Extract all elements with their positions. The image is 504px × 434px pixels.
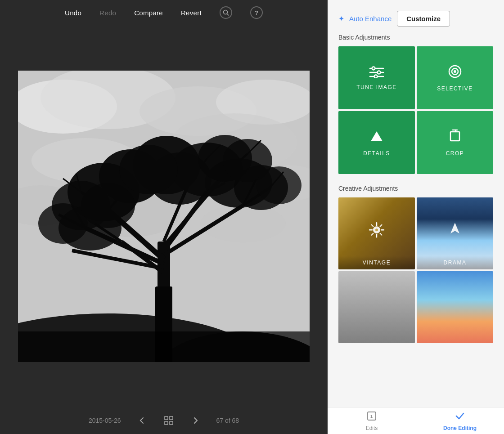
tune-image-icon <box>369 65 384 80</box>
crop-label: CROP <box>446 150 464 157</box>
grid-icon <box>164 416 174 425</box>
auto-enhance-label: Auto Enhance <box>349 15 392 22</box>
photo-count: 67 of 68 <box>216 417 239 424</box>
right-header: ✦ Auto Enhance Customize <box>328 0 504 34</box>
left-panel: Undo Redo Compare Revert ? <box>0 0 328 434</box>
basic-section-label: Basic Adjustments <box>328 34 504 46</box>
svg-point-77 <box>375 228 378 231</box>
drama-tile[interactable]: DRAMA <box>417 197 493 269</box>
svg-point-51 <box>119 145 178 194</box>
crop-icon <box>447 129 463 146</box>
eiffel-tile[interactable] <box>338 271 415 343</box>
photo-canvas <box>18 71 310 362</box>
basic-adjustments-grid: TUNE IMAGE SELECTIVE DETAILS <box>338 46 493 174</box>
revert-button[interactable]: Revert <box>181 9 202 17</box>
details-icon <box>369 129 384 146</box>
creative-section-label: Creative Adjustments <box>328 185 504 197</box>
details-label: DETAILS <box>363 150 390 157</box>
svg-marker-73 <box>371 131 382 141</box>
redo-button[interactable]: Redo <box>99 9 116 17</box>
svg-line-83 <box>380 233 382 235</box>
edits-nav-label: Edits <box>366 425 378 431</box>
done-editing-nav-label: Done Editing <box>443 425 477 431</box>
svg-rect-62 <box>170 421 173 425</box>
svg-point-67 <box>378 71 381 74</box>
selective-icon <box>447 64 463 81</box>
auto-enhance-button[interactable]: ✦ Auto Enhance <box>338 15 392 23</box>
left-arrow-icon <box>137 416 146 425</box>
vintage-label: VINTAGE <box>338 256 415 269</box>
svg-rect-58 <box>18 331 310 362</box>
prev-arrow[interactable] <box>135 414 148 427</box>
svg-marker-86 <box>450 223 459 233</box>
image-container <box>14 25 314 407</box>
svg-line-84 <box>380 225 382 227</box>
tune-image-tile[interactable]: TUNE IMAGE <box>338 46 415 109</box>
svg-point-72 <box>454 70 456 73</box>
search-button[interactable] <box>220 6 232 19</box>
svg-point-52 <box>81 183 135 228</box>
drama-icon <box>447 222 463 241</box>
done-editing-nav-item[interactable]: Done Editing <box>416 411 504 431</box>
svg-text:✦: ✦ <box>338 15 344 22</box>
done-editing-nav-icon <box>454 411 465 424</box>
photo-svg <box>18 71 310 362</box>
right-panel: ✦ Auto Enhance Customize Basic Adjustmen… <box>328 0 504 434</box>
tune-image-label: TUNE IMAGE <box>356 84 397 90</box>
customize-button[interactable]: Customize <box>397 11 450 27</box>
search-icon <box>223 9 229 16</box>
svg-rect-61 <box>165 421 168 425</box>
help-icon: ? <box>255 9 258 16</box>
crop-tile[interactable]: CROP <box>417 111 493 174</box>
svg-text:1: 1 <box>370 414 373 419</box>
creative-adjustments-grid: VINTAGE DRAMA <box>338 197 493 343</box>
svg-line-82 <box>372 225 374 227</box>
drama-label: DRAMA <box>417 256 493 269</box>
vintage-tile[interactable]: VINTAGE <box>338 197 415 269</box>
compare-button[interactable]: Compare <box>134 9 163 17</box>
details-tile[interactable]: DETAILS <box>338 111 415 174</box>
svg-rect-74 <box>450 132 459 141</box>
svg-line-85 <box>372 233 374 235</box>
right-arrow-icon <box>191 416 200 425</box>
svg-rect-59 <box>165 416 168 420</box>
svg-point-50 <box>256 166 302 204</box>
svg-rect-60 <box>170 416 173 420</box>
bottom-nav: 1 Edits Done Editing <box>328 407 504 434</box>
next-arrow[interactable] <box>189 414 202 427</box>
selective-label: SELECTIVE <box>437 85 473 92</box>
edits-nav-item[interactable]: 1 Edits <box>328 411 416 431</box>
sky-tile[interactable] <box>417 271 493 343</box>
undo-button[interactable]: Undo <box>65 9 81 17</box>
svg-point-65 <box>372 67 375 70</box>
vintage-icon <box>369 222 385 241</box>
edits-nav-icon: 1 <box>366 411 377 424</box>
svg-line-1 <box>227 14 229 16</box>
sparkle-icon: ✦ <box>338 15 346 23</box>
selective-tile[interactable]: SELECTIVE <box>417 46 493 109</box>
svg-point-69 <box>374 75 378 78</box>
grid-button[interactable] <box>162 414 175 427</box>
toolbar: Undo Redo Compare Revert ? <box>0 0 328 25</box>
help-button[interactable]: ? <box>250 6 263 19</box>
photo-date: 2015-05-26 <box>89 417 121 424</box>
bottom-bar: 2015-05-26 67 of 68 <box>0 407 328 434</box>
